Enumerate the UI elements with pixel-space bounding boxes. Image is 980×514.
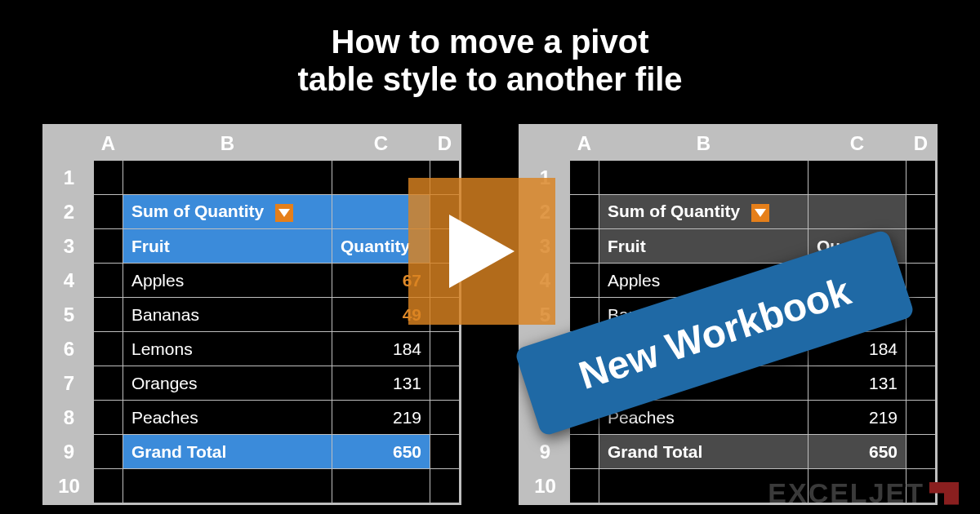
pivot-item-qty[interactable]: 131: [332, 366, 430, 401]
cell[interactable]: [123, 469, 332, 503]
cell[interactable]: [906, 161, 936, 195]
brand-logo: EXCELJET: [768, 477, 959, 509]
cell[interactable]: [906, 229, 936, 264]
pivot-sum-text: Sum of Quantity: [608, 202, 740, 220]
row-header[interactable]: 5: [45, 298, 94, 332]
row-header[interactable]: 9: [521, 435, 570, 469]
row-header[interactable]: 1: [45, 161, 94, 195]
row-header[interactable]: 4: [45, 264, 94, 298]
pivot-row-header[interactable]: Fruit: [599, 229, 808, 264]
cell[interactable]: [808, 161, 906, 195]
row-header[interactable]: 8: [45, 401, 94, 435]
cell[interactable]: [94, 332, 123, 366]
select-all-corner[interactable]: [45, 126, 94, 161]
pivot-item-qty[interactable]: 184: [332, 332, 430, 366]
cell[interactable]: [599, 161, 808, 195]
cell[interactable]: [570, 161, 599, 195]
pivot-total-label[interactable]: Grand Total: [123, 435, 332, 469]
pivot-row-header[interactable]: Fruit: [123, 229, 332, 264]
select-all-corner[interactable]: [521, 126, 570, 161]
cell[interactable]: [906, 195, 936, 229]
cell[interactable]: [94, 195, 123, 229]
cell[interactable]: [123, 161, 332, 195]
cell[interactable]: [94, 298, 123, 332]
pivot-total-label[interactable]: Grand Total: [599, 435, 808, 469]
pivot-total-value[interactable]: 650: [332, 435, 430, 469]
cell[interactable]: [94, 469, 123, 503]
cell[interactable]: [94, 161, 123, 195]
cell[interactable]: [570, 264, 599, 298]
col-header-d[interactable]: D: [906, 126, 936, 161]
cell[interactable]: [570, 195, 599, 229]
cell[interactable]: [430, 332, 460, 366]
row-header[interactable]: 9: [45, 435, 94, 469]
pivot-item-name[interactable]: Lemons: [123, 332, 332, 366]
cell[interactable]: [94, 229, 123, 264]
col-header-d[interactable]: D: [430, 126, 460, 161]
pivot-item-name[interactable]: Bananas: [123, 298, 332, 332]
row-header[interactable]: 10: [521, 469, 570, 503]
svg-marker-2: [449, 215, 514, 288]
pivot-sum-label[interactable]: Sum of Quantity: [123, 195, 332, 229]
cell[interactable]: [430, 469, 460, 503]
title-line-2: table style to another file: [0, 60, 980, 98]
col-header-a[interactable]: A: [94, 126, 123, 161]
filter-dropdown-icon[interactable]: [275, 204, 293, 222]
cell[interactable]: [94, 435, 123, 469]
title-line-1: How to move a pivot: [0, 23, 980, 60]
row-header[interactable]: 7: [45, 366, 94, 401]
cell[interactable]: [332, 469, 430, 503]
row-header[interactable]: 2: [45, 195, 94, 229]
col-header-c[interactable]: C: [808, 126, 906, 161]
sheet-source: A B C D 1 2 Sum of Quantity: [42, 124, 461, 505]
cell[interactable]: [94, 366, 123, 401]
pivot-item-qty[interactable]: 131: [808, 366, 906, 401]
row-header[interactable]: 10: [45, 469, 94, 503]
row-header[interactable]: 3: [45, 229, 94, 264]
cell[interactable]: [906, 366, 936, 401]
play-icon: [449, 215, 514, 288]
cell[interactable]: [906, 401, 936, 435]
brand-mark-icon: [929, 482, 959, 505]
col-header-a[interactable]: A: [570, 126, 599, 161]
cell[interactable]: [570, 469, 599, 503]
cell[interactable]: [430, 435, 460, 469]
svg-marker-0: [278, 209, 290, 217]
brand-text: EXCELJET: [768, 477, 924, 509]
cell[interactable]: [430, 401, 460, 435]
pivot-item-qty[interactable]: 219: [808, 401, 906, 435]
cell[interactable]: [570, 229, 599, 264]
col-header-b[interactable]: B: [123, 126, 332, 161]
col-header-b[interactable]: B: [599, 126, 808, 161]
pivot-item-name[interactable]: Apples: [123, 264, 332, 298]
cell[interactable]: [94, 401, 123, 435]
cell[interactable]: [808, 195, 906, 229]
pivot-sum-label[interactable]: Sum of Quantity: [599, 195, 808, 229]
svg-marker-1: [755, 209, 766, 217]
cell[interactable]: [906, 435, 936, 469]
pivot-item-qty[interactable]: 219: [332, 401, 430, 435]
cell[interactable]: [94, 264, 123, 298]
filter-dropdown-icon[interactable]: [751, 204, 769, 222]
page-title: How to move a pivot table style to anoth…: [0, 0, 980, 98]
row-header[interactable]: 6: [45, 332, 94, 366]
cell[interactable]: [430, 366, 460, 401]
pivot-item-name[interactable]: Oranges: [123, 366, 332, 401]
pivot-item-name[interactable]: Peaches: [123, 401, 332, 435]
col-header-c[interactable]: C: [332, 126, 430, 161]
cell[interactable]: [906, 332, 936, 366]
pivot-total-value[interactable]: 650: [808, 435, 906, 469]
cell[interactable]: [906, 264, 936, 298]
pivot-sum-text: Sum of Quantity: [131, 202, 264, 220]
grid-source: A B C D 1 2 Sum of Quantity: [44, 126, 460, 503]
cell[interactable]: [570, 435, 599, 469]
play-button[interactable]: [408, 178, 555, 325]
